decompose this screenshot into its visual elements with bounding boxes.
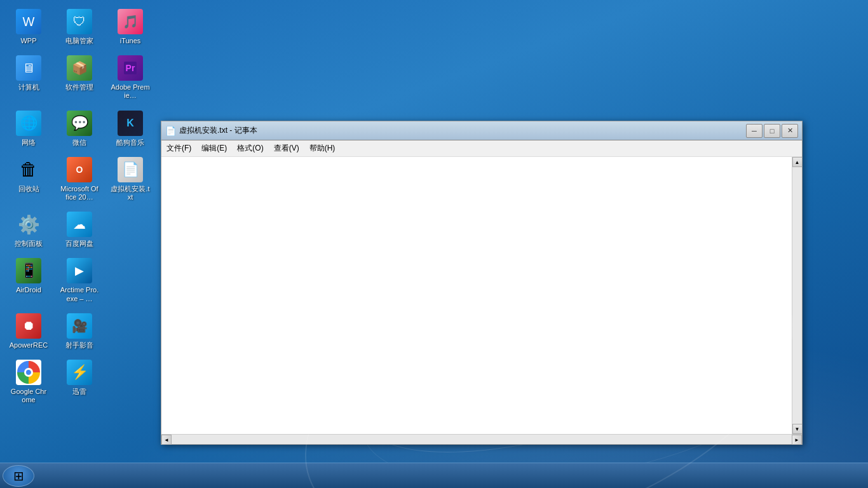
notepad-title-text: 虚拟机安装.txt - 记事本 xyxy=(179,125,746,136)
desktop-icon-office[interactable]: O Microsoft Office 20… xyxy=(57,154,102,204)
desktop-icon-kugou[interactable]: K 酷狗音乐 xyxy=(108,108,153,149)
premiere-label: Adobe Premie… xyxy=(111,83,150,100)
start-orb-icon: ⊞ xyxy=(13,468,24,484)
desktop-icon-computer[interactable]: 🖥 计算机 xyxy=(6,53,51,102)
notepad-title-icon: 📄 xyxy=(165,126,175,136)
network-label: 网络 xyxy=(22,139,36,147)
desktop-icon-pcmgr[interactable]: 🛡 电脑管家 xyxy=(57,6,102,48)
itunes-icon: 🎵 xyxy=(118,9,143,34)
scrollbar-right-button[interactable]: ► xyxy=(792,435,802,445)
softmgr-icon: 📦 xyxy=(67,55,92,81)
menu-help[interactable]: 帮助(H) xyxy=(304,142,341,155)
notepad-minimize-button[interactable]: ─ xyxy=(746,124,763,138)
desktop-icon-chrome[interactable]: Google Chrome xyxy=(6,357,51,407)
icon-row-8: Google Chrome ⚡ 迅雷 xyxy=(6,357,153,407)
control-label: 控制面板 xyxy=(15,240,43,248)
chrome-inner xyxy=(24,368,33,377)
wpp-icon: W xyxy=(16,9,41,34)
pcmgr-label: 电脑管家 xyxy=(65,37,93,45)
desktop-icon-baidu[interactable]: ☁ 百度网盘 xyxy=(57,209,102,250)
recycle-label: 回收站 xyxy=(18,185,39,193)
scrollbar-down-button[interactable]: ▼ xyxy=(792,424,803,434)
notepad-menubar: 文件(F) 编辑(E) 格式(O) 查看(V) 帮助(H) xyxy=(161,140,802,157)
recycle-icon: 🗑 xyxy=(16,157,41,182)
itunes-label: iTunes xyxy=(120,37,141,45)
desktop-icon-shooter[interactable]: 🎥 射手影音 xyxy=(57,311,102,352)
start-button[interactable]: ⊞ xyxy=(3,465,34,487)
office-icon: O xyxy=(67,157,92,182)
wpp-label: WPP xyxy=(20,37,36,45)
scrollbar-vertical-track[interactable] xyxy=(792,167,802,424)
softmgr-label: 软件管理 xyxy=(65,83,93,92)
notepad-titlebar[interactable]: 📄 虚拟机安装.txt - 记事本 ─ □ ✕ xyxy=(161,121,802,140)
chrome-label: Google Chrome xyxy=(9,388,48,404)
desktop: W WPP 🛡 电脑管家 🎵 iTunes 🖥 xyxy=(0,0,868,488)
notepad-scrollbar-horizontal-row: ◄ ► xyxy=(161,434,802,444)
vminstall-label: 虚拟机安装.txt xyxy=(111,185,150,201)
menu-file[interactable]: 文件(F) xyxy=(161,142,196,155)
control-icon: ⚙️ xyxy=(16,212,41,237)
shooter-icon: 🎥 xyxy=(67,313,92,339)
icon-row-6: 📱 AirDroid ▶ Arctime Pro.exe – … xyxy=(6,255,153,305)
notepad-close-button[interactable]: ✕ xyxy=(782,124,798,138)
icon-row-1: W WPP 🛡 电脑管家 🎵 iTunes xyxy=(6,6,153,48)
desktop-icon-itunes[interactable]: 🎵 iTunes xyxy=(108,6,153,48)
desktop-icon-recycle[interactable]: 🗑 回收站 xyxy=(6,154,51,204)
icon-row-2: 🖥 计算机 📦 软件管理 Pr Adobe Premie… xyxy=(6,53,153,102)
apowerrec-icon: ⏺ xyxy=(16,313,41,339)
scrollbar-horizontal-track[interactable] xyxy=(172,435,792,444)
notepad-window: 📄 虚拟机安装.txt - 记事本 ─ □ ✕ 文件(F) 编辑(E) 格式(O… xyxy=(161,121,803,445)
wechat-icon: 💬 xyxy=(67,111,92,136)
shooter-label: 射手影音 xyxy=(65,341,93,349)
icon-row-5: ⚙️ 控制面板 ☁ 百度网盘 xyxy=(6,209,153,250)
desktop-icon-wechat[interactable]: 💬 微信 xyxy=(57,108,102,149)
desktop-icon-vminstall[interactable]: 📄 虚拟机安装.txt xyxy=(108,154,153,204)
kugou-label: 酷狗音乐 xyxy=(116,139,144,147)
desktop-icon-xunlei[interactable]: ⚡ 迅雷 xyxy=(57,357,102,407)
desktop-icon-airdroid[interactable]: 📱 AirDroid xyxy=(6,255,51,305)
airdroid-label: AirDroid xyxy=(16,286,41,294)
office-label: Microsoft Office 20… xyxy=(60,185,99,201)
notepad-content-area: ▲ ▼ xyxy=(161,157,802,434)
vminstall-icon: 📄 xyxy=(118,157,143,182)
airdroid-icon: 📱 xyxy=(16,258,41,283)
icon-row-3: 🌐 网络 💬 微信 K 酷狗音乐 xyxy=(6,108,153,149)
xunlei-icon: ⚡ xyxy=(67,360,92,385)
desktop-icon-network[interactable]: 🌐 网络 xyxy=(6,108,51,149)
computer-label: 计算机 xyxy=(18,83,39,92)
apowerrec-label: ApowerREC xyxy=(10,341,48,349)
scrollbar-up-button[interactable]: ▲ xyxy=(792,157,803,167)
icon-row-7: ⏺ ApowerREC 🎥 射手影音 xyxy=(6,311,153,352)
scrollbar-left-button[interactable]: ◄ xyxy=(161,435,172,445)
desktop-icon-softmgr[interactable]: 📦 软件管理 xyxy=(57,53,102,102)
desktop-icon-arctime[interactable]: ▶ Arctime Pro.exe – … xyxy=(57,255,102,305)
baidu-label: 百度网盘 xyxy=(65,240,93,248)
arctime-icon: ▶ xyxy=(67,258,92,283)
chrome-icon xyxy=(16,360,41,385)
xunlei-label: 迅雷 xyxy=(72,388,86,396)
wechat-label: 微信 xyxy=(72,139,86,147)
chrome-ring xyxy=(17,361,40,384)
menu-view[interactable]: 查看(V) xyxy=(269,142,304,155)
pcmgr-icon: 🛡 xyxy=(67,9,92,34)
desktop-icon-premiere[interactable]: Pr Adobe Premie… xyxy=(108,53,153,102)
notepad-window-controls: ─ □ ✕ xyxy=(746,124,798,138)
menu-edit[interactable]: 编辑(E) xyxy=(196,142,232,155)
baidu-icon: ☁ xyxy=(67,212,92,237)
network-icon: 🌐 xyxy=(16,111,41,136)
menu-format[interactable]: 格式(O) xyxy=(232,142,268,155)
notepad-editor[interactable] xyxy=(161,157,792,434)
kugou-icon: K xyxy=(118,111,143,136)
notepad-scrollbar-vertical[interactable]: ▲ ▼ xyxy=(792,157,802,434)
notepad-maximize-button[interactable]: □ xyxy=(764,124,780,138)
premiere-icon: Pr xyxy=(118,55,143,81)
desktop-icon-control[interactable]: ⚙️ 控制面板 xyxy=(6,209,51,250)
computer-icon: 🖥 xyxy=(16,55,41,81)
taskbar: ⊞ xyxy=(0,463,868,488)
desktop-icon-wpp[interactable]: W WPP xyxy=(6,6,51,48)
desktop-icon-apowerrec[interactable]: ⏺ ApowerREC xyxy=(6,311,51,352)
icon-row-4: 🗑 回收站 O Microsoft Office 20… 📄 虚拟机安装.txt xyxy=(6,154,153,204)
desktop-icons-area: W WPP 🛡 电脑管家 🎵 iTunes 🖥 xyxy=(6,6,153,407)
arctime-label: Arctime Pro.exe – … xyxy=(60,286,99,302)
